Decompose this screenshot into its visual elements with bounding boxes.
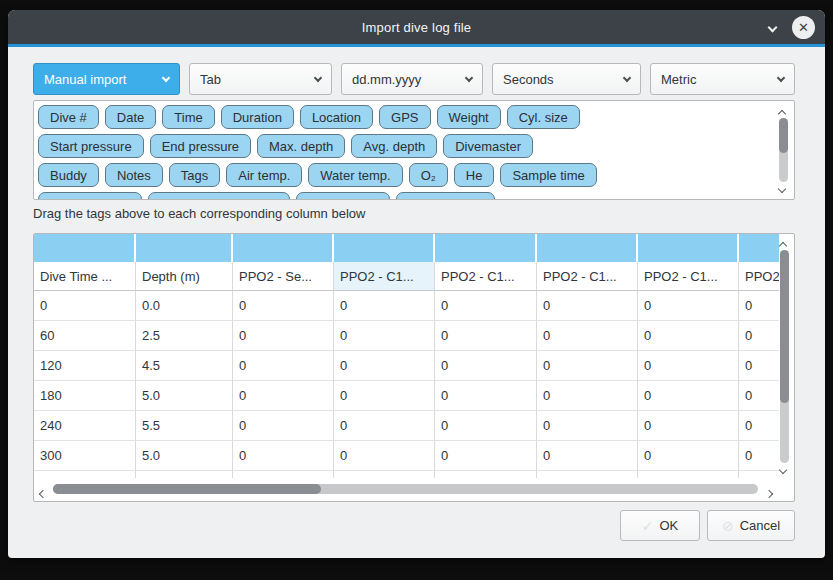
field-tag[interactable]: Tags <box>169 163 220 187</box>
scrollbar-track[interactable] <box>53 484 758 494</box>
table-cell: 300 <box>34 441 136 471</box>
field-separator-value: Tab <box>200 72 221 87</box>
table-row-partial <box>34 471 779 478</box>
table-cell: 0 <box>233 351 334 381</box>
field-tag[interactable]: Start pressure <box>38 134 144 158</box>
table-cell: 0 <box>739 291 779 321</box>
field-tag[interactable]: Avg. depth <box>351 134 437 158</box>
table-cell: 0 <box>537 441 638 471</box>
duration-format-value: Seconds <box>503 72 554 87</box>
table-cell: 0 <box>537 351 638 381</box>
field-tag[interactable]: Location <box>300 105 373 129</box>
scroll-right-icon[interactable] <box>766 485 772 500</box>
table-cell: 240 <box>34 411 136 441</box>
duration-format-select[interactable]: Seconds <box>492 63 641 95</box>
field-tag[interactable]: Notes <box>105 163 163 187</box>
chevron-down-icon <box>777 73 785 81</box>
table-cell: 0 <box>638 351 739 381</box>
field-tag[interactable]: Weight <box>437 105 501 129</box>
column-header: PPO2 - Se... <box>233 262 334 291</box>
field-tag[interactable]: Time <box>162 105 214 129</box>
column-drop-target[interactable] <box>34 234 136 262</box>
table-cell: 0 <box>435 321 537 351</box>
scrollbar-track[interactable] <box>780 250 789 463</box>
column-header: PPO2 - C1... <box>435 262 537 291</box>
units-value: Metric <box>661 72 696 87</box>
field-tag[interactable]: Water temp. <box>308 163 402 187</box>
column-header: Depth (m) <box>136 262 233 291</box>
column-drop-target[interactable] <box>739 234 779 262</box>
units-select[interactable]: Metric <box>650 63 795 95</box>
window-title: Import dive log file <box>8 20 825 35</box>
column-header: PPO2 - C1... <box>334 262 435 291</box>
column-drop-target[interactable] <box>537 234 638 262</box>
scroll-down-icon[interactable] <box>780 461 786 476</box>
field-tag[interactable]: Buddy <box>38 163 99 187</box>
scrollbar-thumb[interactable] <box>780 250 789 403</box>
table-cell: 0 <box>435 411 537 441</box>
field-tag[interactable]: O₂ <box>409 163 448 187</box>
column-header: Dive Time ... <box>34 262 136 291</box>
field-tag[interactable]: He <box>454 163 495 187</box>
csv-preview-table: Dive Time ... Depth (m) PPO2 - Se... PPO… <box>33 233 795 502</box>
scroll-left-icon[interactable] <box>40 485 46 500</box>
import-type-select[interactable]: Manual import <box>33 63 180 95</box>
chevron-down-icon <box>465 73 473 81</box>
tag-row: Buddy Notes Tags Air temp. Water temp. O… <box>38 163 772 187</box>
table-horizontal-scrollbar[interactable] <box>34 479 794 501</box>
table-cell: 5.5 <box>136 411 233 441</box>
field-tag[interactable]: GPS <box>379 105 430 129</box>
scrollbar-thumb[interactable] <box>779 118 788 153</box>
table-cell: 180 <box>34 381 136 411</box>
tag-row: Start pressure End pressure Max. depth A… <box>38 134 772 158</box>
field-tag[interactable]: Sample temperature <box>148 192 290 200</box>
field-tag[interactable]: End pressure <box>150 134 251 158</box>
table-vertical-scrollbar[interactable] <box>777 236 792 477</box>
table-cell: 0 <box>233 381 334 411</box>
field-tag[interactable]: Date <box>105 105 156 129</box>
column-drop-target[interactable] <box>435 234 537 262</box>
shade-button[interactable] <box>767 22 778 33</box>
scroll-down-icon[interactable] <box>779 180 785 195</box>
column-header: PPO2 - C1... <box>638 262 739 291</box>
field-tag[interactable]: Sample pO₂ <box>296 192 390 200</box>
tag-pool: Dive # Date Time Duration Location GPS W… <box>33 100 795 200</box>
ok-button[interactable]: ✓OK <box>620 510 700 541</box>
table-cell: 0 <box>334 411 435 441</box>
tagbox-vertical-scrollbar[interactable] <box>776 104 791 196</box>
field-tag[interactable]: Dive # <box>38 105 99 129</box>
field-tag[interactable]: Max. depth <box>257 134 345 158</box>
cancel-button[interactable]: ⊘Cancel <box>707 510 795 541</box>
field-tag[interactable]: Sample time <box>500 163 596 187</box>
field-tag[interactable]: Air temp. <box>226 163 302 187</box>
table-cell: 0 <box>334 351 435 381</box>
table-row: 60 2.5 0 0 0 0 0 0 <box>34 321 779 351</box>
column-drop-target[interactable] <box>638 234 739 262</box>
table-cell: 0 <box>334 441 435 471</box>
date-format-select[interactable]: dd.mm.yyyy <box>341 63 483 95</box>
table-cell: 0 <box>638 321 739 351</box>
table-cell: 0 <box>739 351 779 381</box>
field-tag[interactable]: Sample CNS <box>396 192 495 200</box>
field-tag[interactable]: Cyl. size <box>507 105 580 129</box>
table-cell: 0 <box>638 441 739 471</box>
scrollbar-track[interactable] <box>779 118 788 182</box>
table-cell: 0 <box>537 411 638 441</box>
table-row: 240 5.5 0 0 0 0 0 0 <box>34 411 779 441</box>
field-tag[interactable]: Divemaster <box>443 134 533 158</box>
table-cell: 0 <box>537 321 638 351</box>
table-cell: 2.5 <box>136 321 233 351</box>
field-separator-select[interactable]: Tab <box>189 63 332 95</box>
column-drop-target[interactable] <box>334 234 435 262</box>
column-drop-target[interactable] <box>136 234 233 262</box>
scrollbar-thumb[interactable] <box>53 484 321 494</box>
table-cell: 0 <box>334 321 435 351</box>
column-drop-target[interactable] <box>233 234 334 262</box>
table-row: 0 0.0 0 0 0 0 0 0 <box>34 291 779 321</box>
chevron-down-icon <box>768 22 778 32</box>
field-tag[interactable]: Duration <box>221 105 294 129</box>
field-tag[interactable]: Sample depth <box>38 192 142 200</box>
close-button[interactable]: ✕ <box>792 16 815 39</box>
titlebar[interactable]: Import dive log file ✕ <box>8 10 825 44</box>
chevron-down-icon <box>314 73 322 81</box>
